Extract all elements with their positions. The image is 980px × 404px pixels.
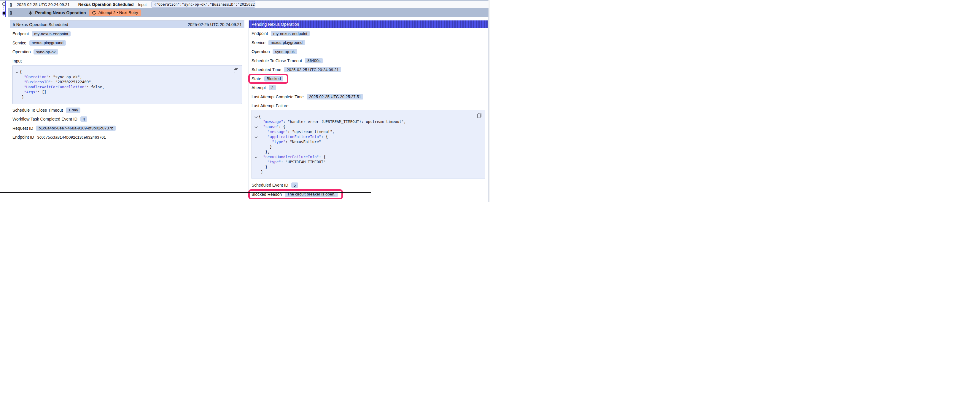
event-detail-card-scheduled: 5 Nexus Operation Scheduled 2025-02-25 U… bbox=[10, 21, 244, 194]
field-value: 4 bbox=[80, 116, 88, 122]
field-label: Schedule To Close Timeout bbox=[251, 59, 302, 63]
json-line: } bbox=[254, 170, 481, 174]
field-label: Attempt bbox=[251, 85, 266, 90]
field-label: Request ID bbox=[13, 126, 33, 131]
field-row: Schedule To Close Timeout86400s bbox=[249, 56, 488, 65]
event-input-preview: {"Operation":"sync-op-ok","BusinessID":"… bbox=[151, 1, 255, 8]
json-line: "nexusHandlerFailureInfo": { bbox=[254, 154, 481, 159]
json-line: } bbox=[254, 165, 481, 170]
json-line: "Operation": "sync-op-ok", bbox=[15, 74, 238, 79]
temporal-event-history-screen: 5 2025-02-25 UTC 20:24:09.21 Nexus Opera… bbox=[0, 0, 490, 202]
field-value: my-nexus-endpoint bbox=[32, 31, 71, 36]
selected-event-accent-bar bbox=[5, 1, 6, 17]
field-value: 2025-02-25 UTC 20:25:27.51 bbox=[307, 94, 364, 100]
event-row-nexus-operation-scheduled[interactable]: 5 2025-02-25 UTC 20:24:09.21 Nexus Opera… bbox=[8, 1, 488, 8]
field-label: Workflow Task Completed Event ID bbox=[13, 117, 77, 122]
field-value: nexus-playground bbox=[29, 40, 66, 46]
field-label: Scheduled Time bbox=[251, 67, 281, 72]
field-label: State bbox=[251, 76, 261, 81]
event-time: 2025-02-25 UTC 20:24:09.21 bbox=[17, 2, 70, 7]
field-row: Blocked ReasonThe circuit breaker is ope… bbox=[249, 190, 488, 199]
attempt-retry-label: Attempt 2 • Next Retry bbox=[99, 10, 138, 15]
field-row: Endpointmy-nexus-endpoint bbox=[10, 29, 244, 38]
field-value: nexus-playground bbox=[269, 40, 305, 45]
json-line: { bbox=[15, 69, 238, 74]
annotation-highlight: StateBlocked bbox=[248, 74, 288, 84]
json-line: "BusinessID": "20250225122409", bbox=[15, 79, 238, 84]
field-value: b1c6a4bc-8ee7-468a-9169-df3b02c8737b bbox=[36, 125, 116, 131]
field-row: Operationsync-op-ok bbox=[10, 48, 244, 57]
bottom-border bbox=[0, 192, 371, 193]
field-value: sync-op-ok bbox=[273, 49, 297, 54]
field-row: Endpoint ID3c0c75ccfa8144b092c13ce632463… bbox=[10, 133, 244, 142]
field-row: Servicenexus-playground bbox=[10, 38, 244, 48]
field-row: Request IDb1c6a4bc-8ee7-468a-9169-df3b02… bbox=[10, 124, 244, 133]
field-label: Endpoint bbox=[13, 32, 29, 36]
field-label: Operation bbox=[13, 49, 30, 54]
json-viewer: {"Operation": "sync-op-ok","BusinessID":… bbox=[13, 65, 242, 104]
scrollbar-track[interactable] bbox=[488, 0, 490, 202]
field-value: 2025-02-25 UTC 20:24:09.21 bbox=[284, 67, 341, 72]
field-label: Service bbox=[13, 41, 26, 45]
asterisk-icon bbox=[28, 10, 33, 15]
field-value: my-nexus-endpoint bbox=[271, 31, 310, 36]
left-border bbox=[0, 0, 0, 202]
json-viewer: {"message": "handler error (UPSTREAM_TIM… bbox=[251, 110, 485, 179]
json-line: "applicationFailureInfo": { bbox=[254, 134, 481, 139]
card-header-striped: Pending Nexus Operation bbox=[249, 21, 488, 28]
json-line: "Args": [] bbox=[15, 89, 238, 95]
timeline-node-filled-icon bbox=[3, 12, 5, 14]
field-label: Input bbox=[13, 59, 22, 63]
field-row: Input bbox=[10, 57, 244, 65]
chevron-down-icon[interactable] bbox=[254, 114, 259, 119]
field-row: Operationsync-op-ok bbox=[249, 47, 488, 56]
event-row-pending-nexus-operation[interactable]: 5 Pending Nexus Operation Attempt 2 • Ne… bbox=[8, 8, 488, 17]
event-id-link[interactable]: 5 bbox=[10, 10, 12, 15]
field-label: Endpoint ID bbox=[13, 135, 34, 139]
field-row: Scheduled Event ID5 bbox=[249, 181, 488, 190]
field-row: StateBlocked bbox=[249, 74, 488, 84]
field-row: Scheduled Time2025-02-25 UTC 20:24:09.21 bbox=[249, 65, 488, 74]
json-line: }, bbox=[254, 149, 481, 154]
json-line: "message": "handler error (UPSTREAM_TIME… bbox=[254, 119, 481, 124]
chevron-down-icon[interactable] bbox=[254, 124, 259, 129]
field-value: 86400s bbox=[305, 58, 323, 63]
json-line: "HandlerWaitForCancellation": false, bbox=[15, 84, 238, 89]
json-line: } bbox=[15, 95, 238, 100]
json-line: } bbox=[254, 144, 481, 149]
json-line: "type": "NexusFailure" bbox=[254, 139, 481, 144]
event-title: Nexus Operation Scheduled bbox=[78, 2, 134, 7]
field-label: Schedule To Close Timeout bbox=[13, 108, 63, 112]
card-fields: Endpointmy-nexus-endpointServicenexus-pl… bbox=[249, 28, 488, 199]
event-detail-card-pending: Pending Nexus Operation Endpointmy-nexus… bbox=[248, 21, 488, 194]
field-value: Blocked bbox=[264, 76, 283, 81]
annotation-highlight: Blocked ReasonThe circuit breaker is ope… bbox=[248, 189, 343, 199]
field-label: Endpoint bbox=[251, 31, 268, 36]
field-label: Last Attempt Complete Time bbox=[251, 95, 304, 99]
chevron-down-icon[interactable] bbox=[254, 154, 259, 159]
json-line: "cause": { bbox=[254, 124, 481, 129]
field-row: Schedule To Close Timeout1 day bbox=[10, 106, 244, 115]
card-time: 2025-02-25 UTC 20:24:09.21 bbox=[188, 22, 242, 27]
json-line: "message": "upstream timeout", bbox=[254, 129, 481, 134]
field-row: Workflow Task Completed Event ID4 bbox=[10, 115, 244, 124]
field-value-link[interactable]: 3c0c75ccfa8144b092c13ce632463761 bbox=[37, 135, 106, 139]
copy-icon[interactable] bbox=[477, 113, 481, 118]
card-header: 5 Nexus Operation Scheduled 2025-02-25 U… bbox=[10, 21, 244, 28]
field-label: Last Attempt Failure bbox=[251, 103, 289, 108]
chevron-down-icon[interactable] bbox=[15, 69, 19, 74]
field-label: Operation bbox=[251, 49, 270, 54]
field-row: Endpointmy-nexus-endpoint bbox=[249, 29, 488, 38]
card-title: 5 Nexus Operation Scheduled bbox=[13, 22, 68, 27]
field-row: Last Attempt Complete Time2025-02-25 UTC… bbox=[249, 92, 488, 101]
field-label: Scheduled Event ID bbox=[251, 183, 288, 187]
chevron-down-icon[interactable] bbox=[254, 134, 259, 139]
timeline-connector bbox=[3, 5, 5, 17]
copy-icon[interactable] bbox=[234, 68, 238, 73]
retry-icon bbox=[92, 10, 96, 15]
event-id-link[interactable]: 5 bbox=[10, 2, 12, 7]
field-row: Servicenexus-playground bbox=[249, 38, 488, 48]
field-value: 1 day bbox=[66, 108, 80, 113]
attempt-retry-badge: Attempt 2 • Next Retry bbox=[89, 10, 141, 16]
event-title: Pending Nexus Operation bbox=[35, 10, 86, 15]
